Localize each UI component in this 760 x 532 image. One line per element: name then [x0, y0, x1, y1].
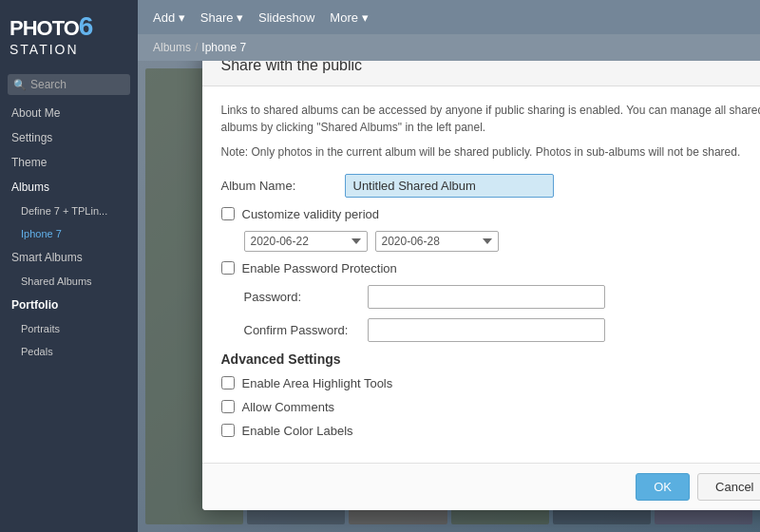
modal-body: Links to shared albums can be accessed b…	[202, 86, 761, 463]
sidebar-item-theme[interactable]: Theme	[0, 150, 138, 175]
nav-add[interactable]: Add ▾	[153, 7, 185, 28]
password-label: Password:	[244, 290, 358, 304]
color-labels-row: Enable Color Labels	[221, 424, 761, 438]
logo-six: 6	[79, 11, 93, 41]
advanced-title: Advanced Settings	[221, 352, 761, 367]
modal-footer: OK Cancel	[202, 463, 761, 510]
modal-title: Share with the public	[221, 61, 761, 74]
sidebar-item-portfolio[interactable]: Portfolio	[0, 293, 138, 317]
sidebar-item-pedals[interactable]: Pedals	[0, 340, 138, 363]
main-area: Add ▾ Share ▾ Slideshow More ▾ Albums / …	[138, 0, 760, 532]
breadcrumb: Albums / Iphone 7	[138, 34, 760, 61]
album-name-label: Album Name:	[221, 179, 335, 193]
validity-checkbox-row: Customize validity period	[221, 207, 761, 221]
password-protection-label: Enable Password Protection	[242, 261, 397, 276]
sidebar-item-settings[interactable]: Settings	[0, 125, 138, 150]
validity-checkbox[interactable]	[221, 207, 235, 220]
confirm-password-input[interactable]	[368, 318, 605, 342]
app-logo: PHOTO6 STATION	[0, 0, 138, 68]
search-placeholder: Search	[30, 78, 66, 91]
confirm-password-row: Confirm Password:	[244, 318, 761, 342]
modal-overlay: Share with the public Links to shared al…	[138, 61, 760, 532]
logo-station: STATION	[10, 42, 128, 57]
highlight-tools-row: Enable Area Highlight Tools	[221, 376, 761, 390]
search-icon: 🔍	[13, 79, 27, 91]
album-name-input[interactable]	[345, 174, 554, 198]
sidebar-item-smart-albums[interactable]: Smart Albums	[0, 245, 138, 270]
breadcrumb-separator: /	[195, 41, 198, 54]
album-name-row: Album Name:	[221, 174, 761, 198]
sidebar-item-iphone7[interactable]: Iphone 7	[0, 222, 138, 245]
date-to-select[interactable]: 2020-06-28	[375, 231, 499, 252]
top-nav: Add ▾ Share ▾ Slideshow More ▾	[138, 0, 760, 34]
highlight-tools-label: Enable Area Highlight Tools	[242, 376, 393, 390]
allow-comments-label: Allow Comments	[242, 400, 335, 414]
password-row: Password:	[244, 285, 761, 309]
content-area: Share with the public Links to shared al…	[138, 61, 760, 532]
color-labels-checkbox[interactable]	[221, 424, 235, 437]
modal-header: Share with the public	[202, 61, 761, 86]
sidebar-menu: About Me Settings Theme Albums Define 7 …	[0, 101, 138, 363]
sidebar-item-shared-albums[interactable]: Shared Albums	[0, 270, 138, 293]
password-checkbox[interactable]	[221, 261, 235, 275]
advanced-settings-section: Advanced Settings Enable Area Highlight …	[221, 352, 761, 438]
date-range-row: 2020-06-22 2020-06-28	[244, 231, 761, 252]
date-from-select[interactable]: 2020-06-22	[244, 231, 368, 252]
logo-photo: PHOTO	[10, 16, 79, 40]
sidebar: PHOTO6 STATION 🔍 Search About Me Setting…	[0, 0, 138, 532]
info-text: Links to shared albums can be accessed b…	[221, 102, 761, 136]
nav-more[interactable]: More ▾	[330, 7, 368, 28]
breadcrumb-current: Iphone 7	[201, 41, 246, 54]
sidebar-item-albums[interactable]: Albums	[0, 175, 138, 200]
sidebar-item-portraits[interactable]: Portraits	[0, 317, 138, 340]
color-labels-label: Enable Color Labels	[242, 424, 353, 438]
share-dialog: Share with the public Links to shared al…	[202, 61, 761, 510]
allow-comments-row: Allow Comments	[221, 400, 761, 414]
ok-button[interactable]: OK	[636, 473, 690, 501]
allow-comments-checkbox[interactable]	[221, 400, 235, 413]
password-section: Password: Confirm Password:	[244, 285, 761, 342]
nav-share[interactable]: Share ▾	[200, 7, 243, 28]
password-input[interactable]	[368, 285, 605, 309]
validity-label: Customize validity period	[242, 207, 380, 221]
highlight-tools-checkbox[interactable]	[221, 376, 235, 390]
confirm-password-label: Confirm Password:	[244, 323, 358, 337]
password-checkbox-row: Enable Password Protection	[221, 261, 761, 276]
search-box[interactable]: 🔍 Search	[8, 74, 130, 95]
note-text: Note: Only photos in the current album w…	[221, 143, 761, 161]
breadcrumb-parent[interactable]: Albums	[153, 41, 191, 54]
sidebar-item-about-me[interactable]: About Me	[0, 101, 138, 125]
cancel-button[interactable]: Cancel	[697, 473, 760, 501]
sidebar-item-define7[interactable]: Define 7 + TPLin...	[0, 200, 138, 222]
nav-slideshow[interactable]: Slideshow	[258, 7, 314, 28]
